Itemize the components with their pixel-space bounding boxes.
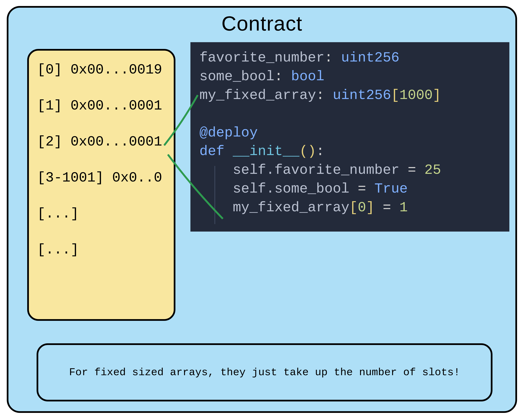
panel-title: Contract — [9, 11, 515, 35]
storage-row: [0] 0x00...0019 — [37, 62, 166, 78]
code-token: 1000 — [399, 87, 433, 103]
code-snippet-box: favorite_number: uint256 some_bool: bool… — [191, 42, 509, 231]
storage-row: [3-1001] 0x0..0 — [37, 170, 166, 186]
code-token: def — [200, 143, 224, 159]
code-token: favorite_number — [200, 50, 324, 66]
code-token: some_bool — [200, 69, 274, 84]
code-content: favorite_number: uint256 some_bool: bool… — [200, 49, 500, 217]
code-token: my_fixed_array — [233, 200, 349, 215]
code-token: my_fixed_array — [200, 87, 316, 103]
caption-box: For fixed sized arrays, they just take u… — [37, 343, 492, 402]
diagram-stage: Contract [0] 0x00...0019 [1] 0x00...0001… — [0, 0, 524, 420]
storage-row: [...] — [37, 206, 166, 222]
storage-slots-box: [0] 0x00...0019 [1] 0x00...0001 [2] 0x00… — [27, 49, 175, 321]
code-token: 1 — [399, 200, 408, 215]
code-token: 25 — [424, 162, 441, 178]
contract-panel: Contract [0] 0x00...0019 [1] 0x00...0001… — [7, 6, 517, 413]
caption-text: For fixed sized arrays, they just take u… — [69, 366, 460, 378]
code-token: __init__ — [233, 143, 299, 159]
storage-row: [1] 0x00...0001 — [37, 98, 166, 114]
code-token: uint256 — [333, 87, 391, 103]
storage-row: [2] 0x00...0001 — [37, 134, 166, 150]
code-token: self — [233, 181, 266, 197]
code-token: some_bool — [274, 181, 349, 197]
storage-row: [...] — [37, 242, 166, 258]
code-token: 0 — [358, 200, 366, 215]
indent-guide — [214, 166, 215, 224]
code-token: bool — [291, 69, 324, 84]
code-token: True — [375, 181, 408, 197]
code-token: @deploy — [200, 125, 258, 141]
code-token: self — [233, 162, 266, 178]
code-token: uint256 — [341, 50, 399, 66]
code-token: favorite_number — [274, 162, 399, 178]
